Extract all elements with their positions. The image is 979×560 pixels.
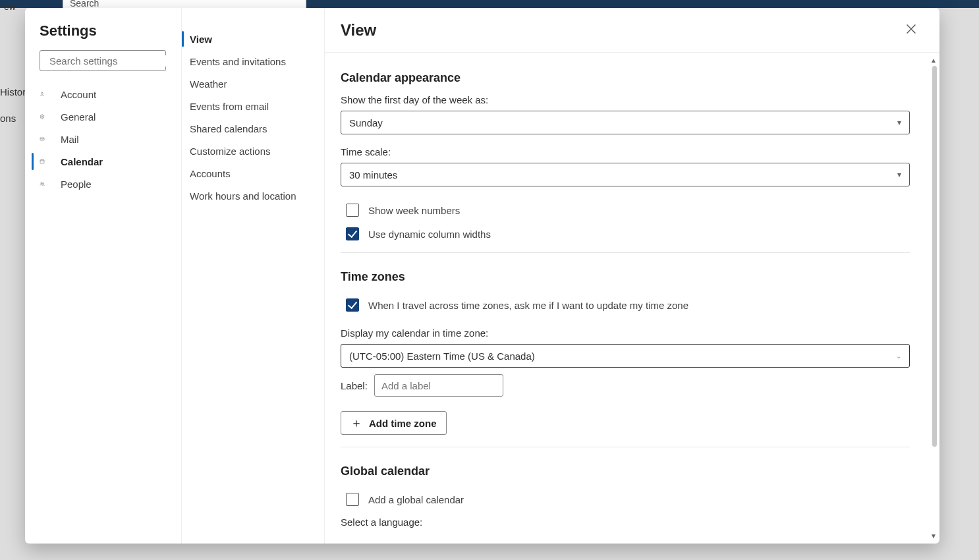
subnav-view[interactable]: View [182,28,324,50]
settings-search[interactable] [40,50,166,71]
svg-point-6 [43,183,44,184]
people-icon [40,178,53,190]
time-scale-select[interactable]: 30 minutes ▾ [341,163,910,186]
tz-label-input[interactable] [374,374,503,397]
ask-update-label: When I travel across time zones, ask me … [368,300,688,311]
subnav-accounts[interactable]: Accounts [182,162,324,184]
svg-point-5 [41,182,42,184]
divider [341,447,910,447]
ask-update-checkbox[interactable] [346,298,359,312]
category-mail[interactable]: Mail [40,128,181,150]
page-title: View [341,21,376,40]
settings-content-column: View ▲ ▼ Calendar appearance Show the fi… [325,8,939,544]
category-label: People [61,179,92,190]
tz-label-label: Label: [341,380,368,391]
subnav-work-hours-and-location[interactable]: Work hours and location [182,184,324,207]
first-day-select[interactable]: Sunday ▾ [341,111,910,134]
category-label: Calendar [61,156,103,167]
gear-icon [40,111,53,123]
show-week-numbers-label: Show week numbers [368,205,460,216]
add-time-zone-label: Add time zone [369,418,437,429]
divider [341,252,910,253]
select-lang-label: Select a language: [341,517,926,528]
display-tz-value: (UTC-05:00) Eastern Time (US & Canada) [349,350,535,362]
close-icon [904,22,918,36]
close-button[interactable] [899,16,924,44]
add-global-checkbox[interactable] [346,493,359,506]
add-global-label: Add a global calendar [368,494,464,505]
person-icon [40,88,53,100]
time-scale-value: 30 minutes [349,169,397,181]
settings-subnav-column: ViewEvents and invitationsWeatherEvents … [182,8,325,544]
subnav-shared-calendars[interactable]: Shared calendars [182,117,324,140]
category-calendar[interactable]: Calendar [40,150,181,173]
display-tz-label: Display my calendar in time zone: [341,327,926,339]
subnav-events-and-invitations[interactable]: Events and invitations [182,50,324,72]
settings-search-input[interactable] [49,55,175,67]
category-label: Mail [61,134,79,145]
first-day-value: Sunday [349,117,383,128]
subnav-customize-actions[interactable]: Customize actions [182,140,324,162]
subnav-events-from-email[interactable]: Events from email [182,95,324,117]
show-week-numbers-checkbox[interactable] [346,204,359,217]
scroll-up-icon: ▲ [930,57,937,64]
settings-title: Settings [40,22,181,40]
chevron-down-icon: ⌄ [896,352,901,360]
settings-categories-column: Settings AccountGeneralMailCalendarPeopl… [25,8,182,544]
svg-point-1 [42,92,43,94]
mail-icon [40,133,53,145]
bg-text: ew [0,0,20,13]
dynamic-widths-label: Use dynamic column widths [368,229,491,240]
category-account[interactable]: Account [40,83,181,105]
section-appearance-heading: Calendar appearance [341,71,926,85]
category-label: General [61,111,96,123]
time-scale-label: Time scale: [341,146,926,157]
chevron-down-icon: ▾ [897,170,901,179]
chevron-down-icon: ▾ [897,118,901,127]
svg-rect-3 [40,138,44,140]
calendar-icon [40,155,53,167]
bg-left-panel: Histor ons [0,79,28,132]
content-header: View [325,8,939,53]
category-label: Account [61,89,96,100]
plus-icon: ＋ [350,415,362,431]
scrollbar-thumb[interactable] [932,66,937,447]
section-timezones-heading: Time zones [341,270,926,284]
section-global-heading: Global calendar [341,464,926,478]
category-general[interactable]: General [40,105,181,128]
scroll-down-icon: ▼ [930,532,937,540]
category-people[interactable]: People [40,173,181,195]
svg-point-2 [42,116,43,117]
dynamic-widths-checkbox[interactable] [346,227,359,240]
svg-rect-4 [40,160,44,163]
add-time-zone-button[interactable]: ＋ Add time zone [341,411,447,435]
first-day-label: Show the first day of the week as: [341,94,926,105]
subnav-weather[interactable]: Weather [182,72,324,95]
settings-modal: Settings AccountGeneralMailCalendarPeopl… [25,8,939,544]
content-scroll[interactable]: ▲ ▼ Calendar appearance Show the first d… [325,53,939,544]
display-tz-select[interactable]: (UTC-05:00) Eastern Time (US & Canada) ⌄ [341,344,910,368]
